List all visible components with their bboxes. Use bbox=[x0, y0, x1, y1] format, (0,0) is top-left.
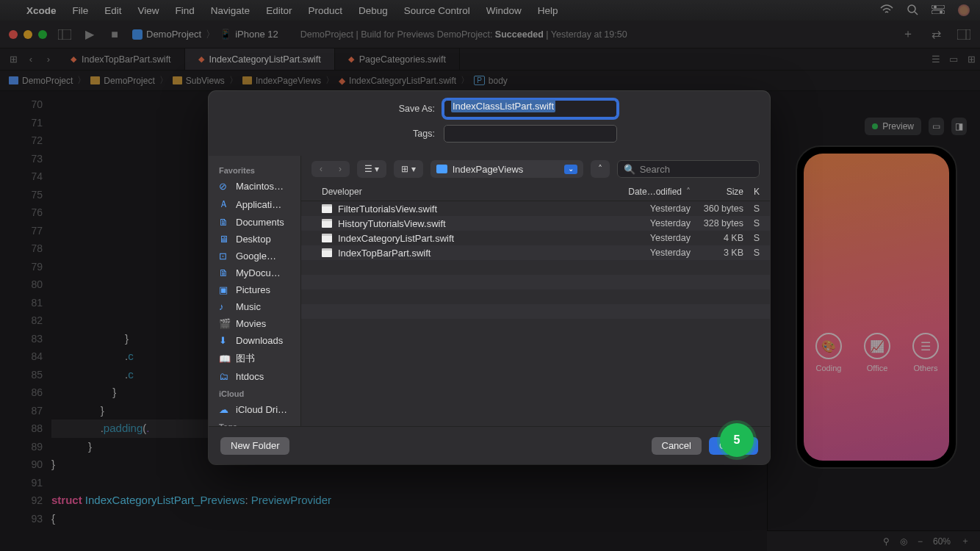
preview-device-icon[interactable]: ▭ bbox=[929, 118, 944, 135]
breadcrumb[interactable]: DemoProject〉 DemoProject〉 SubViews〉 Inde… bbox=[0, 71, 980, 91]
grid-icon[interactable]: ⊞ bbox=[4, 48, 22, 70]
sidebar-item[interactable]: ♪Music bbox=[209, 298, 300, 315]
menu-edit[interactable]: Edit bbox=[104, 5, 121, 16]
icloud-header: iCloud bbox=[209, 385, 300, 401]
expand-icon[interactable]: ˄ bbox=[591, 160, 610, 178]
canvas-icon[interactable]: ▭ bbox=[945, 48, 962, 70]
spotlight-icon[interactable] bbox=[907, 4, 918, 18]
cursor-badge: 5 bbox=[720, 423, 754, 457]
menu-navigate[interactable]: Navigate bbox=[211, 5, 250, 16]
col-developer[interactable]: Developer bbox=[322, 187, 624, 197]
tab-pagecategories[interactable]: ◆PageCategories.swift bbox=[335, 48, 460, 70]
tags-field[interactable] bbox=[444, 125, 617, 143]
menu-sourcecontrol[interactable]: Source Control bbox=[404, 5, 470, 16]
center-icon[interactable]: ◎ bbox=[900, 536, 907, 547]
scheme-selector[interactable]: DemoProject 〉 📱iPhone 12 bbox=[132, 28, 278, 41]
sidebar-icon: ⊘ bbox=[219, 181, 230, 192]
file-list[interactable]: FilterTutorialsView.swiftYesterday360 by… bbox=[301, 201, 770, 426]
menu-debug[interactable]: Debug bbox=[359, 5, 388, 16]
sidebar-item[interactable]: ⊡Google… bbox=[209, 248, 300, 264]
close-window-button[interactable] bbox=[9, 30, 18, 39]
cancel-button[interactable]: Cancel bbox=[652, 437, 702, 455]
maximize-window-button[interactable] bbox=[38, 30, 47, 39]
preview-inspect-icon[interactable]: ◨ bbox=[951, 118, 967, 135]
menu-file[interactable]: File bbox=[73, 5, 89, 16]
inspector-toggle-icon[interactable] bbox=[956, 27, 971, 42]
sidebar-item[interactable]: 🗎MyDocu… bbox=[209, 264, 300, 281]
saveas-field[interactable]: IndexClassListPart.swift bbox=[444, 100, 617, 118]
tags-label: Tags: bbox=[413, 129, 435, 139]
run-button[interactable]: ▶ bbox=[82, 27, 97, 42]
sidebar-item[interactable]: 📖图书 bbox=[209, 349, 300, 368]
cloud-icon: ☁ bbox=[219, 404, 230, 415]
col-date[interactable]: Date…odified bbox=[628, 187, 682, 197]
menu-help[interactable]: Help bbox=[538, 5, 558, 16]
scheme-name: DemoProject bbox=[146, 29, 201, 40]
sidebar-item-icloud[interactable]: ☁iCloud Dri… bbox=[209, 401, 300, 418]
favorites-header: Favorites bbox=[209, 162, 300, 178]
grid-view-icon[interactable]: ⊞ ▾ bbox=[396, 162, 420, 176]
user-icon[interactable] bbox=[958, 4, 970, 16]
save-dialog: Save As: IndexClassListPart.swift Tags: … bbox=[209, 91, 770, 464]
add-icon[interactable]: ＋ bbox=[901, 27, 915, 42]
sidebar-icon: 🗎 bbox=[219, 267, 230, 278]
menu-find[interactable]: Find bbox=[176, 5, 195, 16]
file-row[interactable]: IndexTopBarPart.swiftYesterday3 KBS bbox=[301, 245, 770, 260]
minimize-window-button[interactable] bbox=[24, 30, 32, 39]
search-field[interactable]: 🔍Search bbox=[617, 160, 760, 178]
sidebar-item[interactable]: ▣Pictures bbox=[209, 281, 300, 298]
file-row-empty bbox=[301, 304, 770, 319]
sidebar-item[interactable]: ＡApplicati… bbox=[209, 195, 300, 214]
library-icon[interactable]: ⇄ bbox=[929, 27, 943, 42]
tab-indexcategorylistpart[interactable]: ◆IndexCategoryListPart.swift bbox=[185, 48, 335, 70]
sidebar-item[interactable]: ⊘Macintos… bbox=[209, 178, 300, 195]
file-row[interactable]: IndexCategoryListPart.swiftYesterday4 KB… bbox=[301, 231, 770, 245]
file-icon bbox=[322, 248, 332, 257]
menu-view[interactable]: View bbox=[138, 5, 159, 16]
pin-icon[interactable]: ⚲ bbox=[883, 536, 890, 547]
nav-buttons[interactable]: ‹› bbox=[311, 161, 350, 177]
palette-icon: 🎨 bbox=[815, 333, 842, 359]
sidebar-item[interactable]: ⬇Downloads bbox=[209, 332, 300, 349]
search-icon: 🔍 bbox=[624, 164, 635, 175]
preview-button[interactable]: Preview bbox=[865, 118, 921, 135]
preview-category-coding: 🎨Coding bbox=[815, 333, 842, 372]
tab-indextopbarpart[interactable]: ◆IndexTopBarPart.swift bbox=[57, 48, 185, 70]
zoom-level[interactable]: 60% bbox=[933, 536, 951, 547]
stop-button[interactable]: ■ bbox=[107, 27, 122, 42]
file-list-header[interactable]: Developer Date…odified˄ Size K bbox=[301, 182, 770, 201]
menubar: Xcode File Edit View Find Navigate Edito… bbox=[0, 0, 980, 21]
nav-back-icon[interactable]: ‹ bbox=[22, 48, 40, 70]
file-row[interactable]: HistoryTutorialsView.swiftYesterday328 b… bbox=[301, 216, 770, 231]
svg-rect-6 bbox=[58, 29, 71, 40]
location-popup[interactable]: IndexPageViews⌄ bbox=[430, 160, 583, 178]
sidebar-item[interactable]: 🗎Documents bbox=[209, 214, 300, 231]
new-folder-button[interactable]: New Folder bbox=[220, 437, 289, 455]
col-size[interactable]: Size bbox=[691, 187, 743, 197]
list-view-icon[interactable]: ☰ ▾ bbox=[359, 162, 384, 176]
xcode-toolbar: ▶ ■ DemoProject 〉 📱iPhone 12 DemoProject… bbox=[0, 21, 980, 48]
sidebar-item[interactable]: 🗂htdocs bbox=[209, 368, 300, 385]
control-center-icon[interactable] bbox=[932, 5, 945, 16]
swift-file-icon: ◆ bbox=[339, 76, 345, 86]
menu-editor[interactable]: Editor bbox=[266, 5, 292, 16]
menu-product[interactable]: Product bbox=[308, 5, 342, 16]
folder-icon bbox=[173, 76, 182, 84]
zoom-out-icon[interactable]: − bbox=[918, 536, 923, 547]
app-name[interactable]: Xcode bbox=[26, 5, 57, 16]
forward-icon[interactable]: › bbox=[331, 161, 350, 177]
back-icon[interactable]: ‹ bbox=[311, 161, 331, 177]
sidebar-item[interactable]: 🎬Movies bbox=[209, 315, 300, 332]
split-icon[interactable]: ⊞ bbox=[962, 48, 980, 70]
sidebar-item[interactable]: 🖥Desktop bbox=[209, 231, 300, 248]
editor-options-icon[interactable]: ☰ bbox=[927, 48, 945, 70]
nav-forward-icon[interactable]: › bbox=[40, 48, 57, 70]
col-kind[interactable]: K bbox=[743, 187, 760, 197]
menu-window[interactable]: Window bbox=[486, 5, 522, 16]
wifi-icon[interactable] bbox=[880, 4, 893, 17]
folder-icon bbox=[242, 76, 252, 84]
file-row[interactable]: FilterTutorialsView.swiftYesterday360 by… bbox=[301, 201, 770, 216]
sidebar-icon: 🎬 bbox=[219, 318, 230, 329]
zoom-in-icon[interactable]: ＋ bbox=[961, 535, 970, 547]
sidebar-toggle-icon[interactable] bbox=[57, 27, 72, 42]
